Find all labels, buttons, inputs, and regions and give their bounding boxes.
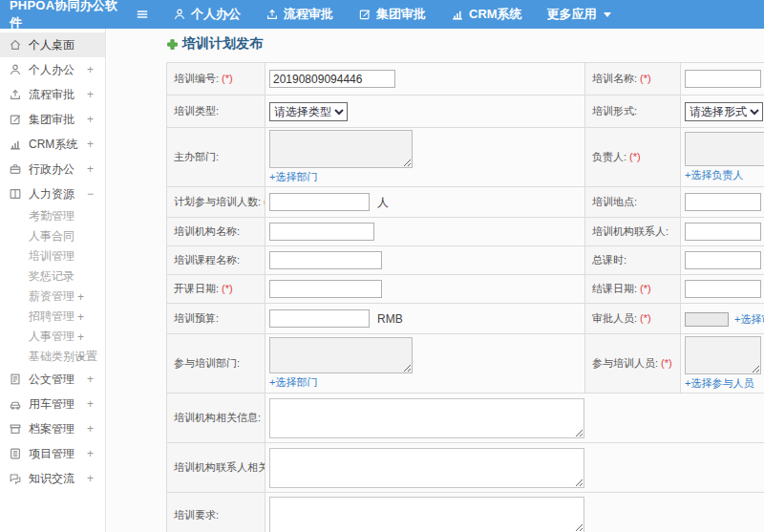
start-date-input[interactable] [269, 280, 382, 298]
training-name-label-cell: 培训名称:(*) [585, 63, 681, 96]
budget-input[interactable] [269, 309, 370, 328]
sidebar-item-vehicle-management[interactable]: 用车管理+ [0, 392, 105, 416]
approver-label: 审批人员: [592, 312, 637, 324]
select-join-people-link[interactable]: +选择参与人员 [685, 376, 753, 391]
sidebar-item-label: 奖惩记录 [29, 268, 74, 285]
sidebar-item-recruit-management[interactable]: 招聘管理+ [0, 307, 105, 327]
form-row-8: 培训预算: RMB 审批人员:(*) +选择审批人员 [167, 304, 764, 334]
host-dept-label: 主办部门: [174, 151, 219, 162]
expand-plus-icon[interactable]: + [77, 290, 84, 304]
location-input[interactable] [685, 193, 761, 211]
sidebar-item-project-management[interactable]: 项目管理+ [0, 441, 105, 466]
sidebar-item-attendance-management[interactable]: 考勤管理 [0, 206, 105, 226]
sidebar-item-salary-management[interactable]: 薪资管理+ [0, 287, 105, 307]
org-info-textarea[interactable] [269, 398, 584, 438]
topbar-menu-more-apps[interactable]: 更多应用 [535, 0, 624, 29]
sidebar-item-workflow-approval[interactable]: 流程审批+ [0, 82, 105, 107]
expand-plus-icon[interactable]: + [87, 372, 94, 386]
topbar-menu-label: 个人办公 [191, 6, 241, 23]
sidebar-item-knowledge-exchange[interactable]: 知识交流+ [0, 466, 105, 491]
training-form-select[interactable]: 请选择形式 [685, 102, 763, 121]
expand-plus-icon[interactable]: + [87, 472, 94, 485]
sidebar-item-basic-category-settings[interactable]: 基础类别设置+ [0, 347, 105, 367]
host-dept-textarea[interactable] [269, 130, 413, 168]
required-marker: (*) [222, 73, 233, 84]
expand-plus-icon[interactable]: + [77, 310, 84, 324]
leader-label: 负责人: [592, 151, 626, 162]
expand-plus-icon[interactable]: + [87, 113, 94, 126]
expand-plus-icon[interactable]: + [87, 63, 94, 76]
expand-plus-icon[interactable]: + [87, 397, 94, 411]
hamburger-menu-icon[interactable] [136, 8, 149, 21]
sidebar-item-personal-office[interactable]: 个人办公+ [0, 57, 105, 82]
join-people-textarea[interactable] [685, 336, 761, 374]
expand-plus-icon[interactable]: + [87, 88, 94, 101]
training-no-label: 培训编号: [174, 73, 219, 84]
sidebar-item-label: 个人桌面 [29, 37, 74, 53]
join-dept-textarea[interactable] [269, 337, 413, 373]
collapse-minus-icon[interactable]: − [87, 187, 94, 201]
form-row-5: 培训机构名称: 培训机构联系人: [167, 218, 764, 246]
start-date-label: 开课日期: [174, 283, 219, 294]
sidebar-item-archive-management[interactable]: 档案管理+ [0, 416, 105, 441]
sidebar-item-crm-system[interactable]: CRM系统+ [0, 132, 105, 157]
org-contact-label: 培训机构联系人: [592, 225, 668, 237]
course-name-input[interactable] [269, 251, 382, 269]
org-name-input[interactable] [269, 223, 374, 241]
form-row-7: 开课日期:(*) 结课日期:(*) [167, 275, 764, 304]
planned-count-input[interactable] [269, 193, 370, 211]
chart-icon [451, 8, 464, 21]
training-no-input[interactable] [269, 70, 395, 88]
training-no-label-cell: 培训编号:(*) [167, 63, 265, 96]
location-label: 培训地点: [592, 196, 637, 207]
end-date-input[interactable] [685, 280, 761, 298]
select-leader-link[interactable]: +选择负责人 [685, 168, 743, 182]
sidebar-item-label: 考勤管理 [29, 208, 74, 224]
sidebar-item-label: 基础类别设置 [29, 349, 97, 365]
form-row-1: 培训编号:(*) 培训名称:(*) [167, 63, 764, 96]
select-dept-link[interactable]: +选择部门 [269, 170, 317, 184]
sidebar-item-personnel-management[interactable]: 人事管理+ [0, 327, 105, 347]
archive-icon [9, 422, 22, 436]
expand-plus-icon[interactable]: + [87, 422, 94, 436]
topbar-menu-group-approval[interactable]: 集团审批 [346, 0, 438, 29]
training-type-select[interactable]: 请选择类型 [269, 102, 348, 121]
topbar-menu-crm-system[interactable]: CRM系统 [438, 0, 535, 29]
expand-plus-icon[interactable]: + [77, 330, 84, 344]
approver-input[interactable] [685, 312, 729, 327]
end-date-label: 结课日期: [592, 283, 637, 294]
total-hours-input[interactable] [685, 251, 761, 269]
expand-plus-icon[interactable]: + [87, 138, 94, 151]
requirement-textarea[interactable] [269, 497, 584, 532]
sidebar-item-label: 流程审批 [29, 87, 74, 103]
org-contact-input[interactable] [685, 223, 761, 241]
sidebar-item-human-resources[interactable]: 人力资源− [0, 181, 105, 206]
form-row-11: 培训机构联系人相关信息: [167, 443, 764, 493]
course-name-label: 培训课程名称: [174, 254, 240, 266]
expand-plus-icon[interactable]: + [87, 162, 94, 176]
required-marker: (*) [640, 73, 651, 84]
topbar-menu-workflow-approval[interactable]: 流程审批 [253, 0, 346, 29]
select-join-dept-link[interactable]: +选择部门 [269, 375, 317, 390]
org-contact-info-textarea[interactable] [269, 448, 584, 488]
topbar-menu: 个人办公流程审批集团审批CRM系统更多应用 [160, 0, 624, 29]
sidebar-item-personal-desktop[interactable]: 个人桌面 [0, 32, 105, 57]
sidebar-item-training-management[interactable]: 培训管理 [0, 246, 105, 266]
project-icon [9, 447, 22, 460]
expand-plus-icon[interactable]: + [77, 351, 84, 364]
expand-plus-icon[interactable]: + [87, 447, 94, 460]
select-approver-link[interactable]: +选择审批人员 [734, 312, 764, 327]
sidebar-item-reward-punishment[interactable]: 奖惩记录 [0, 266, 105, 287]
sidebar-item-label: 公文管理 [29, 372, 74, 388]
sidebar-item-label: 档案管理 [29, 421, 74, 437]
sidebar-item-admin-office[interactable]: 行政办公+ [0, 157, 105, 181]
sidebar-item-document-management[interactable]: 公文管理+ [0, 367, 105, 392]
sidebar-item-personnel-contract[interactable]: 人事合同 [0, 226, 105, 246]
topbar-menu-personal-office[interactable]: 个人办公 [160, 0, 253, 29]
sidebar-item-group-approval[interactable]: 集团审批+ [0, 107, 105, 132]
sidebar-item-label: 招聘管理 [29, 309, 74, 325]
org-info-label: 培训机构相关信息: [174, 412, 261, 423]
training-name-input[interactable] [685, 70, 761, 88]
leader-textarea[interactable] [685, 132, 764, 166]
planned-count-label: 计划参与培训人数: [174, 196, 261, 207]
